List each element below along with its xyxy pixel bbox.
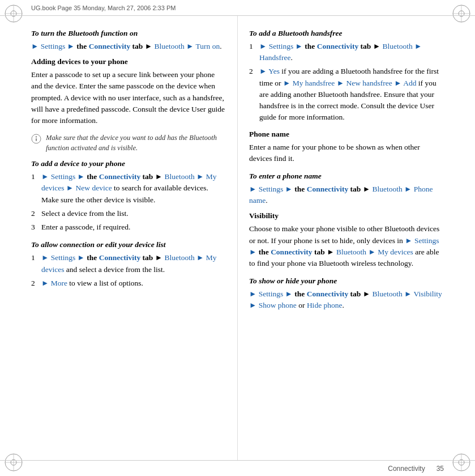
- add-device-step1: 1 ► Settings ► the Connectivity tab ► Bl…: [31, 171, 226, 206]
- right-column: To add a Bluetooth handsfree 1 ► Setting…: [238, 16, 475, 460]
- turn-on-heading: To turn the Bluetooth function on: [31, 28, 226, 39]
- footer-bar: Connectivity 35: [0, 460, 475, 476]
- add-handsfree-step2: 2 ► Yes if you are adding a Bluetooth ha…: [249, 66, 444, 123]
- phone-name-heading: Phone name: [249, 129, 444, 140]
- enter-phone-name-heading: To enter a phone name: [249, 171, 444, 182]
- visibility-body: Choose to make your phone visible to oth…: [249, 223, 444, 269]
- footer-page: 35: [437, 465, 444, 473]
- header-text: UG.book Page 35 Monday, March 27, 2006 2…: [31, 5, 176, 11]
- section-add-handsfree: To add a Bluetooth handsfree 1 ► Setting…: [249, 28, 444, 124]
- section-add-device: To add a device to your phone 1 ► Settin…: [31, 159, 226, 233]
- note-block: Make sure that the device you want to ad…: [31, 133, 226, 153]
- phone-name-body: Enter a name for your phone to be shown …: [249, 142, 444, 165]
- left-column: To turn the Bluetooth function on ► Sett…: [0, 16, 238, 460]
- allow-connection-step2: 2 ► More to view a list of options.: [31, 278, 226, 289]
- turn-on-step: ► Settings ► the Connectivity tab ► Blue…: [31, 41, 226, 52]
- footer-label: Connectivity: [388, 465, 425, 473]
- visibility-heading: Visibility: [249, 211, 444, 222]
- page-container: UG.book Page 35 Monday, March 27, 2006 2…: [0, 0, 475, 476]
- add-device-step2: 2 Select a device from the list.: [31, 208, 226, 219]
- svg-point-17: [36, 137, 37, 138]
- adding-devices-body: Enter a passcode to set up a secure link…: [31, 69, 226, 126]
- allow-connection-step1: 1 ► Settings ► the Connectivity tab ► Bl…: [31, 252, 226, 275]
- show-hide-step: ► Settings ► the Connectivity tab ► Blue…: [249, 288, 444, 312]
- note-text: Make sure that the device you want to ad…: [46, 133, 226, 153]
- enter-phone-name-step: ► Settings ► the Connectivity tab ► Blue…: [249, 184, 444, 207]
- add-device-heading: To add a device to your phone: [31, 159, 226, 169]
- section-visibility: Visibility Choose to make your phone vis…: [249, 211, 444, 269]
- svg-rect-18: [36, 138, 37, 141]
- section-enter-phone-name: To enter a phone name ► Settings ► the C…: [249, 171, 444, 206]
- section-adding-devices: Adding devices to your phone Enter a pas…: [31, 57, 226, 126]
- adding-devices-heading: Adding devices to your phone: [31, 57, 226, 67]
- content-area: To turn the Bluetooth function on ► Sett…: [0, 16, 475, 460]
- section-allow-connection: To allow connection or edit your device …: [31, 240, 226, 289]
- show-hide-heading: To show or hide your phone: [249, 276, 444, 287]
- section-show-hide: To show or hide your phone ► Settings ► …: [249, 276, 444, 311]
- add-handsfree-heading: To add a Bluetooth handsfree: [249, 28, 444, 39]
- note-icon: [31, 134, 41, 144]
- section-phone-name: Phone name Enter a name for your phone t…: [249, 129, 444, 164]
- allow-connection-heading: To allow connection or edit your device …: [31, 240, 226, 250]
- add-device-step3: 3 Enter a passcode, if required.: [31, 222, 226, 233]
- header-bar: UG.book Page 35 Monday, March 27, 2006 2…: [0, 0, 475, 16]
- section-turn-on: To turn the Bluetooth function on ► Sett…: [31, 28, 226, 52]
- add-handsfree-step1: 1 ► Settings ► the Connectivity tab ► Bl…: [249, 41, 444, 64]
